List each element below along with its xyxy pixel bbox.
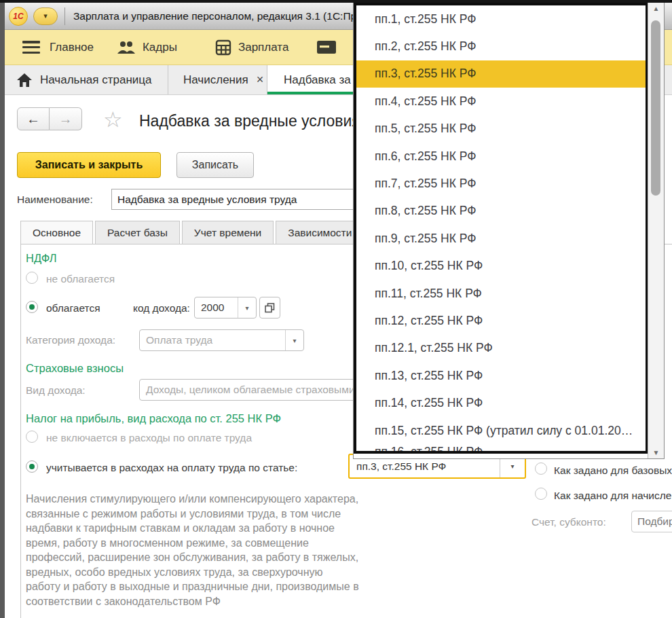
forward-arrow-icon: → (59, 111, 73, 127)
subtab-time-tracking[interactable]: Учет времени (182, 221, 274, 244)
accrual-description: Начисления стимулирующего и/или компенси… (26, 492, 426, 608)
income-code-combo[interactable]: 2000 ▾ (194, 297, 257, 319)
forward-button[interactable]: → (50, 107, 82, 130)
chevron-down-icon: ▾ (43, 12, 48, 20)
subtab-dependencies[interactable]: Зависимости (276, 221, 364, 244)
section-header-ndfl: НДФЛ (26, 252, 57, 265)
dropdown-scrollbar[interactable]: ▲ ▼ (648, 3, 664, 458)
income-category-label: Категория дохода: (26, 334, 115, 346)
1c-logo-icon: 1С (9, 7, 28, 26)
income-category-value: Оплата труда (140, 334, 285, 346)
back-arrow-icon: ← (26, 111, 40, 127)
tab-home[interactable]: Начальная страница (5, 65, 168, 94)
subtab-main[interactable]: Основное (20, 221, 93, 244)
radio-not-included[interactable] (26, 431, 38, 443)
open-income-code-button[interactable] (259, 297, 280, 319)
window-border-left (0, 0, 5, 618)
scroll-down-icon[interactable]: ▼ (648, 449, 664, 456)
dropdown-item[interactable]: пп.6, ст.255 НК РФ (356, 143, 646, 170)
radio-included-label: учитывается в расходах на оплату труда п… (46, 462, 297, 474)
article-dropdown-popup: пп.1, ст.255 НК РФ пп.2, ст.255 НК РФ пп… (353, 2, 665, 459)
radio-taxed-label: облагается (46, 302, 100, 314)
open-in-window-icon (265, 303, 275, 313)
section-header-insurance: Страховые взносы (26, 362, 124, 375)
menu-item-staff[interactable]: Кадры (143, 41, 177, 54)
account-label: Счет, субконто: (531, 516, 606, 528)
dropdown-list: пп.1, ст.255 НК РФ пп.2, ст.255 НК РФ пп… (354, 3, 648, 454)
people-icon (117, 41, 136, 54)
tab-accruals[interactable]: Начисления × (168, 65, 267, 94)
account-input[interactable] (631, 511, 672, 532)
radio-included[interactable] (26, 460, 38, 473)
history-nav: ← → (17, 107, 82, 130)
income-type-label: Вид дохода: (26, 384, 86, 397)
system-menu-button[interactable]: ▾ (33, 7, 58, 25)
radio-taxed[interactable] (26, 301, 38, 313)
name-label: Наименование: (17, 194, 93, 206)
dropdown-arrow-icon[interactable]: ▾ (238, 297, 256, 318)
radio-not-taxed-label: не облагается (46, 273, 115, 285)
titlebar-separator (64, 7, 65, 25)
dropdown-item-selected[interactable]: пп.3, ст.255 НК РФ (356, 60, 646, 88)
income-code-label: код дохода: (133, 302, 190, 314)
dropdown-item[interactable]: пп.5, ст.255 НК РФ (356, 115, 646, 143)
save-and-close-button[interactable]: Записать и закрыть (17, 152, 161, 178)
calculator-icon (215, 39, 231, 56)
dropdown-item[interactable]: пп.13, ст.255 НК РФ (356, 362, 646, 389)
expense-article-value: пп.3, ст.255 НК РФ (350, 460, 500, 473)
subtab-base-calc[interactable]: Расчет базы (95, 221, 180, 244)
dropdown-item[interactable]: пп.8, ст.255 НК РФ (356, 198, 646, 225)
dropdown-item[interactable]: пп.12.1, ст.255 НК РФ (356, 335, 646, 362)
favorite-star-icon[interactable]: ☆ (103, 107, 123, 132)
close-icon[interactable]: × (257, 73, 264, 87)
tab-home-label: Начальная страница (40, 73, 152, 87)
back-button[interactable]: ← (17, 107, 50, 130)
dropdown-item[interactable]: пп.14, ст.255 НК РФ (356, 389, 646, 416)
radio-not-taxed[interactable] (26, 272, 38, 284)
window-border-top (0, 0, 672, 3)
radio-as-base-label: Как задано для базовых (554, 465, 672, 477)
dropdown-arrow-icon[interactable]: ▾ (285, 330, 303, 350)
dropdown-item[interactable]: пп.7, ст.255 НК РФ (356, 170, 646, 197)
scroll-up-icon[interactable]: ▲ (648, 5, 664, 12)
hamburger-icon[interactable] (22, 41, 40, 54)
menu-item-salary[interactable]: Зарплата (238, 41, 288, 54)
dropdown-item[interactable]: пп.2, ст.255 НК РФ (356, 33, 646, 60)
income-category-combo[interactable]: Оплата труда ▾ (139, 329, 304, 351)
radio-as-accrual-label: Как задано для начисления (554, 490, 672, 502)
dropdown-item[interactable]: пп.12, ст.255 НК РФ (356, 307, 646, 334)
bank-card-icon (317, 41, 336, 54)
dropdown-item[interactable]: пп.1, ст.255 НК РФ (356, 5, 646, 33)
radio-as-base[interactable] (535, 462, 547, 475)
dropdown-item[interactable]: пп.16, ст.255 НК РФ (356, 444, 646, 454)
dropdown-item[interactable]: пп.9, ст.255 НК РФ (356, 225, 646, 252)
dropdown-item[interactable]: пп.10, ст.255 НК РФ (356, 253, 646, 280)
section-header-profit-tax: Налог на прибыль, вид расхода по ст. 255… (26, 412, 281, 425)
tab-accruals-label: Начисления (183, 73, 248, 87)
save-button[interactable]: Записать (176, 152, 254, 178)
radio-as-accrual[interactable] (535, 488, 547, 500)
income-code-value: 2000 (195, 302, 238, 314)
menu-item-main[interactable]: Главное (50, 41, 94, 54)
dropdown-item[interactable]: пп.4, ст.255 НК РФ (356, 88, 646, 115)
home-icon (17, 73, 32, 87)
dropdown-item[interactable]: пп.15, ст.255 НК РФ (утратил силу с 01.0… (356, 417, 646, 444)
form-subtabs: Основное Расчет базы Учет времени Зависи… (20, 221, 366, 244)
radio-not-included-label: не включается в расходы по оплате труда (46, 432, 252, 444)
application-window: 1С ▾ Зарплата и управление персоналом, р… (0, 0, 672, 618)
scrollbar-thumb[interactable] (651, 20, 660, 196)
dropdown-item[interactable]: пп.11, ст.255 НК РФ (356, 280, 646, 307)
